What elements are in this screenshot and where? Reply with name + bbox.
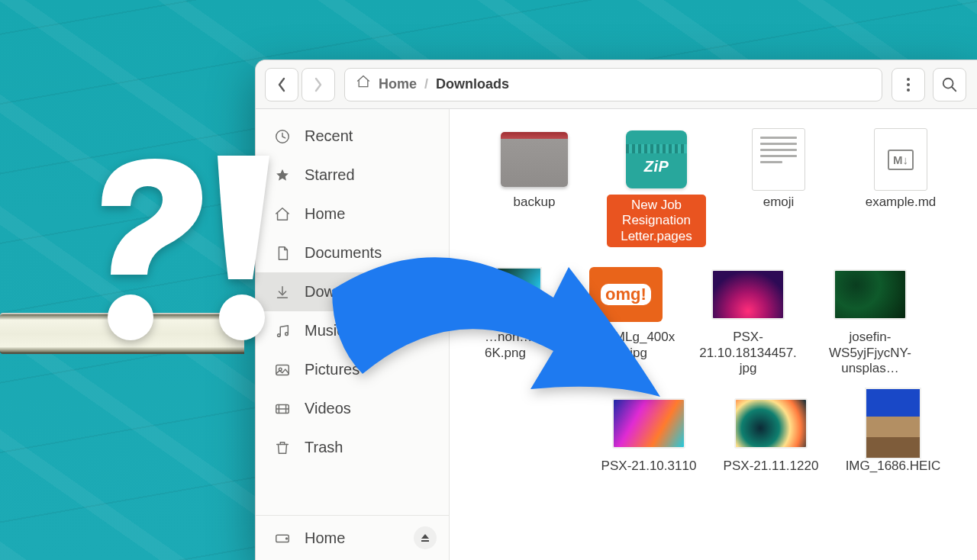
image-thumbnail bbox=[865, 388, 921, 459]
sidebar-item-label: Downloads bbox=[305, 283, 380, 301]
svg-point-5 bbox=[278, 333, 281, 336]
sidebar-item-pictures[interactable]: Pictures bbox=[256, 350, 449, 389]
sidebar-item-videos[interactable]: Videos bbox=[256, 389, 449, 428]
sidebar-item-recent[interactable]: Recent bbox=[256, 117, 449, 156]
image-thumbnail bbox=[711, 269, 785, 320]
sidebar-item-label: Pictures bbox=[305, 361, 360, 378]
music-icon bbox=[274, 323, 294, 340]
file-item[interactable]: …non…6K.png bbox=[485, 267, 553, 376]
breadcrumb[interactable]: Home / Downloads bbox=[344, 68, 882, 101]
file-name: PSX-21.10.18134457.jpg bbox=[698, 330, 798, 376]
sidebar-item-label: Documents bbox=[305, 244, 382, 262]
sidebar-item-label: Starred bbox=[305, 166, 355, 184]
sidebar-item-home[interactable]: Home bbox=[256, 195, 449, 233]
file-item[interactable]: M↓ example.md bbox=[851, 132, 950, 247]
file-name: example.md bbox=[866, 195, 937, 210]
search-button[interactable] bbox=[933, 68, 966, 101]
image-thumbnail bbox=[734, 398, 808, 449]
videos-icon bbox=[274, 401, 294, 417]
folder-icon bbox=[501, 132, 568, 187]
sidebar-item-starred[interactable]: Starred bbox=[256, 156, 449, 195]
file-grid-area[interactable]: backup ZiP New Job Resignation Letter.pa… bbox=[450, 109, 977, 560]
toolbar: Home / Downloads bbox=[256, 60, 977, 109]
file-name: josefin-WS5yjFjycNY-unsplas… bbox=[821, 330, 920, 376]
file-item[interactable]: josefin-WS5yjFjycNY-unsplas… bbox=[821, 267, 920, 376]
sidebar-item-label: Videos bbox=[305, 400, 351, 417]
file-item[interactable]: omg! wqczFMLg_400x400.jpg bbox=[576, 267, 676, 376]
sidebar-item-trash[interactable]: Trash bbox=[256, 428, 449, 467]
file-item[interactable]: IMG_1686.HEIC bbox=[843, 396, 943, 474]
text-file-icon bbox=[752, 128, 805, 191]
sidebar-item-label: Recent bbox=[305, 127, 353, 145]
svg-point-6 bbox=[285, 332, 289, 335]
file-name: backup bbox=[514, 195, 556, 210]
pictures-icon bbox=[274, 362, 294, 378]
breadcrumb-current[interactable]: Downloads bbox=[436, 76, 509, 92]
image-thumbnail: omg! bbox=[589, 267, 663, 322]
search-icon bbox=[941, 76, 958, 93]
file-item[interactable]: PSX-21.10.18134457.jpg bbox=[698, 267, 798, 376]
file-item[interactable]: backup bbox=[485, 132, 584, 247]
file-name: wqczFMLg_400x400.jpg bbox=[576, 330, 676, 361]
breadcrumb-separator: / bbox=[424, 76, 428, 92]
menu-button[interactable] bbox=[892, 68, 925, 101]
sidebar-item-music[interactable]: Music bbox=[256, 311, 449, 350]
star-icon bbox=[274, 167, 294, 184]
sidebar-item-label: Home bbox=[305, 205, 345, 223]
file-name: IMG_1686.HEIC bbox=[846, 459, 941, 474]
home-icon bbox=[356, 74, 371, 93]
eject-icon bbox=[421, 533, 430, 542]
svg-line-3 bbox=[952, 86, 956, 91]
download-icon bbox=[274, 284, 294, 301]
svg-rect-7 bbox=[276, 365, 289, 375]
kebab-icon bbox=[907, 78, 910, 92]
file-name: PSX-21.11.1220 bbox=[724, 459, 819, 474]
back-button[interactable] bbox=[265, 68, 298, 101]
file-name: emoji bbox=[763, 195, 795, 210]
sidebar-item-label: Music bbox=[305, 322, 344, 340]
sidebar-item-downloads[interactable]: Downloads bbox=[256, 272, 449, 311]
home-icon bbox=[274, 206, 294, 223]
file-item[interactable]: PSX-21.11.1220 bbox=[721, 396, 821, 474]
file-item[interactable]: emoji bbox=[729, 132, 828, 247]
clock-icon bbox=[274, 128, 294, 145]
sidebar-item-label: Trash bbox=[305, 439, 343, 456]
image-thumbnail bbox=[834, 269, 907, 320]
zip-icon: ZiP bbox=[626, 130, 687, 188]
eject-button[interactable] bbox=[414, 526, 437, 549]
svg-rect-12 bbox=[421, 540, 429, 542]
file-item-selected[interactable]: ZiP New Job Resignation Letter.pages bbox=[607, 132, 706, 247]
file-name: New Job Resignation Letter.pages bbox=[607, 195, 706, 247]
document-icon bbox=[274, 245, 294, 262]
file-name: …non…6K.png bbox=[485, 330, 553, 361]
wallpaper-ruler-strip bbox=[0, 313, 244, 354]
svg-point-11 bbox=[286, 538, 288, 539]
sidebar: Recent Starred Home Documents Downloads … bbox=[256, 109, 450, 560]
markdown-file-icon: M↓ bbox=[874, 128, 927, 191]
trash-icon bbox=[274, 439, 294, 456]
disk-icon bbox=[274, 529, 294, 546]
file-item[interactable]: PSX-21.10.3110 bbox=[599, 396, 698, 474]
sidebar-place-home-disk[interactable]: Home bbox=[256, 516, 449, 560]
forward-button[interactable] bbox=[301, 68, 335, 101]
image-thumbnail bbox=[496, 267, 542, 322]
sidebar-item-label: Home bbox=[305, 529, 345, 547]
file-manager-window: Home / Downloads Recent Starred bbox=[255, 60, 977, 560]
file-name: PSX-21.10.3110 bbox=[601, 459, 697, 474]
breadcrumb-root[interactable]: Home bbox=[379, 76, 417, 92]
sidebar-item-documents[interactable]: Documents bbox=[256, 233, 449, 272]
image-thumbnail bbox=[612, 398, 685, 449]
